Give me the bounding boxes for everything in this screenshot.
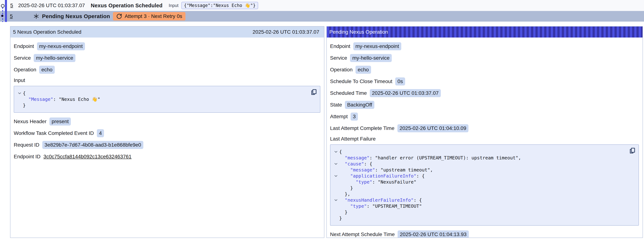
field-label: Operation: [330, 67, 352, 73]
field-row: Nexus Headerpresent: [14, 118, 320, 126]
field-row: Operationecho: [14, 66, 320, 74]
copy-icon[interactable]: [310, 89, 317, 95]
code-line: }: [332, 185, 628, 191]
code-text: "cause": {: [339, 161, 372, 167]
input-json-block: { "Message": "Nexus Echo 👋"}: [14, 86, 320, 113]
event-card-timestamp: 2025-02-26 UTC 01:03:37.07: [252, 29, 319, 35]
code-line: "message": "handler error (UPSTREAM_TIME…: [332, 155, 628, 161]
code-line: "nexusHandlerFailureInfo": {: [332, 197, 628, 203]
field-value-badge: 0s: [395, 78, 405, 86]
field-label: Workflow Task Completed Event ID: [14, 130, 94, 136]
code-line: "type": "NexusFailure": [332, 179, 628, 185]
collapse-chevron-down-icon[interactable]: [332, 197, 339, 203]
event-history-timeline: 5 2025-02-26 UTC 01:03:37.07 Nexus Opera…: [0, 0, 644, 22]
event-title: Nexus Operation Scheduled: [91, 2, 162, 8]
copy-icon[interactable]: [629, 147, 636, 154]
code-gutter: [332, 167, 339, 173]
field-label: Attempt: [330, 114, 348, 120]
field-label: Endpoint: [14, 43, 34, 49]
field-row: Next Attempt Schedule Time2025-02-26 UTC…: [330, 230, 639, 238]
field-row: Servicemy-hello-service: [330, 54, 639, 62]
pending-fields: Endpointmy-nexus-endpointServicemy-hello…: [330, 42, 639, 132]
field-label: Scheduled Time: [330, 90, 367, 96]
pending-card-header: Pending Nexus Operation: [327, 26, 642, 38]
field-value-badge: echo: [356, 66, 371, 74]
attempt-retry-text: Attempt 3 · Next Retry 0s: [125, 13, 182, 19]
code-line: {: [16, 90, 309, 96]
code-text: "Message": "Nexus Echo 👋": [23, 96, 100, 102]
field-value-badge: 3e829b7e-7d67-4b08-aad3-b1e868bfe9e0: [42, 141, 143, 149]
event-detail-cards: 5 Nexus Operation Scheduled 2025-02-26 U…: [10, 26, 644, 238]
field-row: Endpointmy-nexus-endpoint: [330, 42, 639, 50]
code-line: {: [332, 149, 628, 155]
field-label: Service: [330, 55, 347, 61]
event-input-chip: {"Message":"Nexus Echo 👋"}: [182, 2, 258, 9]
event-fields: Endpointmy-nexus-endpointServicemy-hello…: [14, 42, 320, 74]
code-line: "message": "upstream timeout",: [332, 167, 628, 173]
field-value-badge: 2025-02-26 UTC 01:03:37.07: [370, 89, 441, 97]
retry-icon: [116, 13, 122, 19]
code-line: "applicationFailureInfo": {: [332, 173, 628, 179]
code-gutter: [16, 96, 23, 102]
field-row: Servicemy-hello-service: [14, 54, 320, 62]
code-text: "message": "handler error (UPSTREAM_TIME…: [339, 155, 521, 161]
code-gutter: [332, 215, 339, 221]
field-label: State: [330, 102, 342, 108]
code-gutter: [332, 203, 339, 209]
event-card-header: 5 Nexus Operation Scheduled 2025-02-26 U…: [10, 26, 324, 38]
timeline-active-bar: [5, 0, 7, 22]
failure-json-block: { "message": "handler error (UPSTREAM_TI…: [330, 144, 639, 226]
field-row: Workflow Task Completed Event ID4: [14, 129, 320, 137]
code-text: "type": "UPSTREAM_TIMEOUT": [339, 203, 422, 209]
field-row: Request ID3e829b7e-7d67-4b08-aad3-b1e868…: [14, 141, 320, 149]
code-text: }: [339, 209, 348, 215]
collapse-chevron-down-icon[interactable]: [332, 161, 339, 167]
field-row: Operationecho: [330, 66, 639, 74]
code-text: }: [23, 102, 26, 108]
input-section-label: Input: [14, 78, 320, 83]
collapse-chevron-down-icon[interactable]: [16, 90, 23, 96]
code-line: "type": "UPSTREAM_TIMEOUT": [332, 203, 628, 209]
field-value-badge: my-nexus-endpoint: [37, 42, 85, 50]
event-card-body: Endpointmy-nexus-endpointServicemy-hello…: [10, 38, 324, 161]
field-row: Last Attempt Complete Time2025-02-26 UTC…: [330, 124, 639, 132]
field-row: Endpointmy-nexus-endpoint: [14, 42, 320, 50]
failure-section-label: Last Attempt Failure: [330, 136, 639, 142]
code-text: "nexusHandlerFailureInfo": {: [339, 197, 422, 203]
field-value-badge: my-hello-service: [34, 54, 76, 62]
event-id-link[interactable]: 5: [10, 2, 13, 8]
field-label: Endpoint: [330, 43, 350, 49]
pending-nexus-operation-row[interactable]: 5 Pending Nexus Operation Attempt 3 · Ne…: [0, 11, 644, 22]
code-gutter: [332, 179, 339, 185]
pending-fields-after: Next Attempt Schedule Time2025-02-26 UTC…: [330, 230, 639, 238]
pending-asterisk-icon: [33, 13, 39, 19]
collapse-chevron-down-icon[interactable]: [332, 149, 339, 155]
field-value-badge: echo: [39, 66, 55, 74]
code-line: }: [332, 215, 628, 221]
pending-title: Pending Nexus Operation: [42, 13, 110, 20]
code-gutter: [332, 191, 339, 197]
field-value-badge: my-hello-service: [350, 54, 392, 62]
field-value-link[interactable]: 3c0c75ccfa8144b092c13ce632463761: [44, 153, 132, 160]
event-timestamp: 2025-02-26 UTC 01:03:37.07: [18, 2, 85, 8]
code-text: {: [23, 90, 26, 96]
collapse-chevron-down-icon[interactable]: [332, 173, 339, 179]
event-row-nexus-operation-scheduled[interactable]: 5 2025-02-26 UTC 01:03:37.07 Nexus Opera…: [0, 0, 644, 11]
field-label: Last Attempt Complete Time: [330, 125, 394, 131]
code-gutter: [332, 155, 339, 161]
pending-event-id-link[interactable]: 5: [10, 13, 13, 19]
field-value-badge: 2025-02-26 UTC 01:04:10.09: [398, 124, 468, 132]
code-text: "message": "upstream timeout",: [339, 167, 433, 173]
pending-card-title: Pending Nexus Operation: [329, 29, 388, 35]
field-row: Scheduled Time2025-02-26 UTC 01:03:37.07: [330, 89, 639, 97]
field-row: Endpoint ID3c0c75ccfa8144b092c13ce632463…: [14, 152, 320, 161]
field-label: Endpoint ID: [14, 154, 40, 160]
field-row: StateBackingOff: [330, 101, 639, 109]
code-line: "Message": "Nexus Echo 👋": [16, 96, 309, 102]
code-text: "applicationFailureInfo": {: [339, 173, 425, 179]
field-label: Operation: [14, 67, 36, 73]
nexus-operation-scheduled-card: 5 Nexus Operation Scheduled 2025-02-26 U…: [10, 26, 324, 238]
code-text: "type": "NexusFailure": [339, 179, 416, 185]
field-row: Schedule To Close Timeout0s: [330, 78, 639, 86]
code-text: {: [339, 149, 342, 155]
